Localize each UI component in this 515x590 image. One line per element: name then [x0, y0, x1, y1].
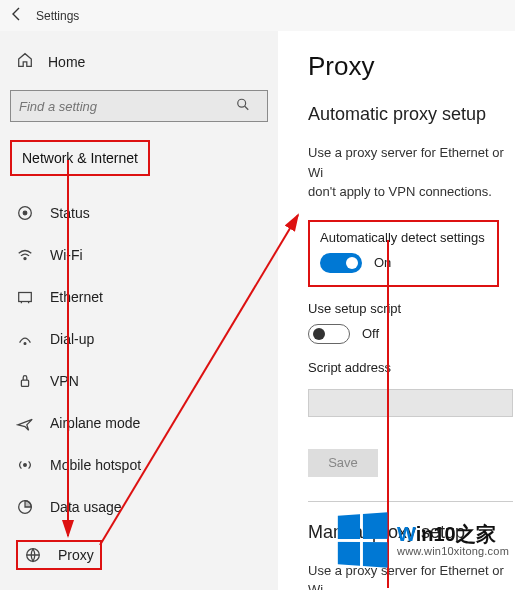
sidebar-item-airplane[interactable]: Airplane mode — [0, 402, 278, 444]
script-address-input[interactable] — [308, 389, 513, 417]
vpn-icon — [16, 372, 34, 390]
sidebar-item-label: Proxy — [58, 547, 94, 563]
auto-detect-label: Automatically detect settings — [320, 230, 485, 245]
setup-script-label: Use setup script — [308, 301, 515, 316]
sidebar-item-label: Dial-up — [50, 331, 94, 347]
sidebar-item-label: Ethernet — [50, 289, 103, 305]
sidebar-item-proxy[interactable]: Proxy — [0, 528, 278, 582]
search-box[interactable] — [10, 90, 268, 122]
svg-rect-4 — [19, 293, 32, 302]
data-usage-icon — [16, 498, 34, 516]
search-input[interactable] — [10, 90, 268, 122]
sidebar-item-label: Wi-Fi — [50, 247, 83, 263]
proxy-icon — [24, 546, 42, 564]
main-content: Proxy Automatic proxy setup Use a proxy … — [278, 31, 515, 590]
auto-section-desc: Use a proxy server for Ethernet or Wi do… — [308, 143, 515, 202]
auto-detect-state: On — [374, 255, 391, 270]
sidebar-section-heading: Network & Internet — [0, 130, 278, 186]
sidebar-nav: Status Wi-Fi Ethernet Dial-up VPN — [0, 192, 278, 582]
sidebar-item-label: Status — [50, 205, 90, 221]
back-button[interactable] — [8, 6, 24, 25]
sidebar: Home Network & Internet Status — [0, 31, 278, 590]
annotation-box-proxy: Proxy — [16, 540, 102, 570]
sidebar-item-datausage[interactable]: Data usage — [0, 486, 278, 528]
home-icon — [16, 51, 34, 72]
sidebar-item-hotspot[interactable]: Mobile hotspot — [0, 444, 278, 486]
manual-section-heading: Manual proxy setup — [308, 522, 515, 543]
sidebar-item-label: Mobile hotspot — [50, 457, 141, 473]
sidebar-item-dialup[interactable]: Dial-up — [0, 318, 278, 360]
hotspot-icon — [16, 456, 34, 474]
page-title: Proxy — [308, 51, 515, 82]
wifi-icon — [16, 246, 34, 264]
dialup-icon — [16, 330, 34, 348]
section-divider — [308, 501, 513, 502]
sidebar-item-wifi[interactable]: Wi-Fi — [0, 234, 278, 276]
setup-script-state: Off — [362, 326, 379, 341]
window-title: Settings — [36, 9, 79, 23]
sidebar-item-vpn[interactable]: VPN — [0, 360, 278, 402]
airplane-icon — [16, 414, 34, 432]
home-label: Home — [48, 54, 85, 70]
sidebar-item-label: Airplane mode — [50, 415, 140, 431]
save-button[interactable]: Save — [308, 449, 378, 477]
manual-section-desc: Use a proxy server for Ethernet or Wi do… — [308, 561, 515, 591]
svg-rect-6 — [21, 380, 28, 386]
script-address-label: Script address — [308, 360, 515, 375]
home-link[interactable]: Home — [0, 41, 278, 82]
auto-section-heading: Automatic proxy setup — [308, 104, 515, 125]
titlebar: Settings — [0, 0, 515, 31]
auto-detect-toggle[interactable] — [320, 253, 362, 273]
search-icon — [236, 98, 250, 115]
status-icon — [16, 204, 34, 222]
svg-point-5 — [24, 343, 26, 345]
annotation-box-section: Network & Internet — [10, 140, 150, 176]
svg-point-3 — [24, 258, 26, 260]
sidebar-item-label: VPN — [50, 373, 79, 389]
svg-point-0 — [238, 99, 246, 107]
setup-script-toggle[interactable] — [308, 324, 350, 344]
sidebar-item-label: Data usage — [50, 499, 122, 515]
svg-point-7 — [24, 464, 27, 467]
ethernet-icon — [16, 288, 34, 306]
sidebar-item-ethernet[interactable]: Ethernet — [0, 276, 278, 318]
annotation-box-auto-detect: Automatically detect settings On — [308, 220, 499, 287]
svg-point-2 — [23, 211, 27, 215]
sidebar-item-status[interactable]: Status — [0, 192, 278, 234]
